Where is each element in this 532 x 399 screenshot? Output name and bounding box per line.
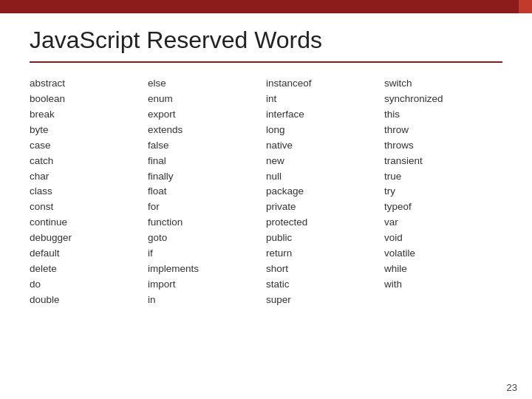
- reserved-word: protected: [266, 215, 384, 231]
- reserved-word: continue: [30, 215, 148, 231]
- column-1: abstractbooleanbreakbytecasecatchcharcla…: [30, 76, 148, 308]
- reserved-word: true: [384, 169, 502, 185]
- column-2: elseenumexportextendsfalsefinalfinallyfl…: [148, 76, 266, 308]
- reserved-word: in: [148, 293, 266, 308]
- reserved-word: synchronized: [384, 92, 502, 107]
- reserved-word: delete: [30, 262, 148, 277]
- reserved-word: float: [148, 184, 266, 200]
- reserved-word: try: [384, 184, 502, 200]
- reserved-word: goto: [148, 231, 266, 246]
- reserved-word: abstract: [30, 76, 148, 92]
- reserved-word: const: [30, 200, 148, 215]
- reserved-word: do: [30, 277, 148, 293]
- reserved-word: while: [384, 262, 502, 277]
- reserved-word: catch: [30, 154, 148, 169]
- column-3: instanceofintinterfacelongnativenewnullp…: [266, 76, 384, 308]
- reserved-word: char: [30, 169, 148, 185]
- reserved-word: volatile: [384, 246, 502, 262]
- main-content: JavaScript Reserved Words abstractboolea…: [0, 13, 532, 316]
- reserved-word: null: [266, 169, 384, 185]
- reserved-word: throw: [384, 123, 502, 138]
- reserved-word: boolean: [30, 92, 148, 107]
- reserved-word: for: [148, 200, 266, 215]
- reserved-word: transient: [384, 154, 502, 169]
- reserved-word: this: [384, 107, 502, 123]
- reserved-word: throws: [384, 138, 502, 154]
- reserved-word: int: [266, 92, 384, 107]
- reserved-word: else: [148, 76, 266, 92]
- reserved-word: instanceof: [266, 76, 384, 92]
- divider: [30, 61, 502, 63]
- reserved-word: byte: [30, 123, 148, 138]
- reserved-word: long: [266, 123, 384, 138]
- reserved-word: class: [30, 184, 148, 200]
- reserved-word: implements: [148, 262, 266, 277]
- reserved-word: short: [266, 262, 384, 277]
- reserved-word: import: [148, 277, 266, 293]
- word-columns: abstractbooleanbreakbytecasecatchcharcla…: [30, 76, 502, 308]
- top-bar: [0, 0, 532, 13]
- reserved-word: new: [266, 154, 384, 169]
- reserved-word: final: [148, 154, 266, 169]
- column-4: switchsynchronizedthisthrowthrowstransie…: [384, 76, 502, 293]
- reserved-word: typeof: [384, 200, 502, 215]
- reserved-word: export: [148, 107, 266, 123]
- reserved-word: return: [266, 246, 384, 262]
- reserved-word: with: [384, 277, 502, 293]
- reserved-word: debugger: [30, 231, 148, 246]
- reserved-word: native: [266, 138, 384, 154]
- reserved-word: interface: [266, 107, 384, 123]
- reserved-word: function: [148, 215, 266, 231]
- top-bar-square: [519, 0, 532, 13]
- reserved-word: extends: [148, 123, 266, 138]
- reserved-word: public: [266, 231, 384, 246]
- reserved-word: super: [266, 293, 384, 308]
- reserved-word: enum: [148, 92, 266, 107]
- page-number: 23: [507, 382, 517, 393]
- reserved-word: switch: [384, 76, 502, 92]
- reserved-word: var: [384, 215, 502, 231]
- reserved-word: void: [384, 231, 502, 246]
- reserved-word: private: [266, 200, 384, 215]
- reserved-word: finally: [148, 169, 266, 185]
- reserved-word: break: [30, 107, 148, 123]
- reserved-word: false: [148, 138, 266, 154]
- reserved-word: double: [30, 293, 148, 308]
- reserved-word: if: [148, 246, 266, 262]
- reserved-word: package: [266, 184, 384, 200]
- page-title: JavaScript Reserved Words: [30, 27, 502, 54]
- reserved-word: static: [266, 277, 384, 293]
- reserved-word: case: [30, 138, 148, 154]
- reserved-word: default: [30, 246, 148, 262]
